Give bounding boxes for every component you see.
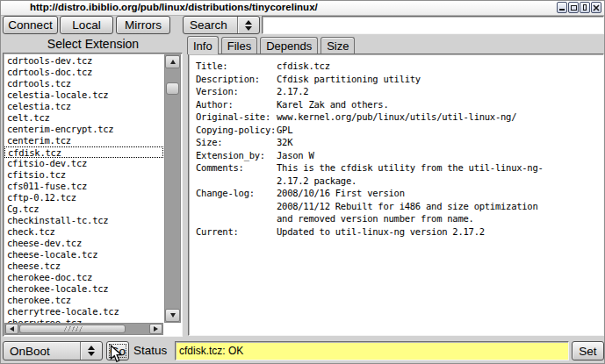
shade-icon — [583, 4, 587, 11]
maximize-icon — [571, 5, 577, 11]
info-line: 2.17.2 package. — [196, 175, 600, 188]
horizontal-scrollbar[interactable] — [4, 323, 163, 335]
list-item[interactable]: cdrtools-dev.tcz — [4, 55, 163, 67]
tab[interactable]: Info — [187, 36, 219, 54]
search-mode-dropdown[interactable]: Search — [183, 16, 260, 34]
list-item[interactable]: cheese-dev.tcz — [4, 238, 163, 249]
list-item[interactable]: centerim.tcz — [4, 135, 163, 146]
list-item[interactable]: cherrytree-locale.tcz — [4, 306, 163, 318]
info-line: Comments: This is the cfdisk utility fro… — [196, 161, 600, 175]
info-content: Title: cfdisk.tcz Description: Cfdisk pa… — [196, 60, 600, 238]
maximize-button[interactable] — [568, 2, 579, 13]
tab[interactable]: Size — [321, 37, 355, 54]
scroll-right-button[interactable] — [149, 324, 162, 334]
info-field-label: Comments: — [196, 161, 277, 175]
info-line: Original-site: www.kernel.org/pub/linux/… — [196, 111, 600, 124]
minimize-icon — [559, 9, 565, 11]
list-item[interactable]: cfdisk.tcz — [4, 146, 163, 158]
info-field-value: GPL — [277, 124, 292, 137]
info-field-value: 2.17.2 — [277, 85, 308, 98]
extension-list: cdrtools-dev.tczcdrtools-doc.tczcdrtools… — [4, 55, 163, 323]
list-item[interactable]: check.tcz — [4, 226, 163, 238]
list-item[interactable]: cfitsio.tcz — [4, 169, 163, 181]
search-input[interactable] — [262, 16, 604, 34]
info-field-value: 32K — [277, 136, 292, 149]
info-line: Change-log: 2008/10/16 First version — [196, 187, 600, 200]
list-item[interactable]: cfs011-fuse.tcz — [4, 181, 163, 192]
scroll-down-button[interactable] — [165, 309, 180, 322]
connect-button[interactable]: Connect — [3, 16, 58, 34]
info-line: Version: 2.17.2 — [196, 85, 600, 98]
info-field-value: 2.17.2 package. — [277, 175, 357, 188]
vertical-scrollbar[interactable] — [164, 54, 181, 323]
info-line: Title: cfdisk.tcz — [196, 60, 600, 73]
list-item[interactable]: celestia.tcz — [4, 101, 163, 112]
select-extension-title: Select Extension — [1, 37, 185, 51]
search-mode-value: Search — [184, 18, 237, 32]
list-item[interactable]: cftp-0.12.tcz — [4, 192, 163, 203]
info-field-label: Author: — [196, 98, 277, 111]
updown-arrows-icon — [80, 342, 102, 360]
info-line: Author: Karel Zak and others. — [196, 98, 600, 111]
info-line: Extension_by: Jason W — [196, 149, 600, 162]
info-field-value: Cfdisk partitioning utility — [277, 73, 421, 86]
arrow-down-icon — [170, 313, 176, 318]
local-button[interactable]: Local — [60, 16, 113, 34]
title-bar[interactable]: http://distro.ibiblio.org/pub/linux/dist… — [1, 1, 604, 16]
list-item[interactable]: centerim-encrypt.tcz — [4, 124, 163, 135]
arrow-left-icon — [10, 326, 14, 332]
minimize-button[interactable] — [557, 2, 567, 13]
info-field-value: 2008/11/12 Rebuilt for i486 and size opt… — [277, 200, 538, 213]
list-item[interactable]: cheese-locale.tcz — [4, 249, 163, 261]
horizontal-scroll-thumb[interactable] — [19, 325, 126, 333]
list-item[interactable]: celestia-locale.tcz — [4, 89, 163, 101]
scroll-left-button[interactable] — [5, 324, 18, 334]
set-button[interactable]: Set — [572, 341, 604, 360]
appbrowser-window: http://distro.ibiblio.org/pub/linux/dist… — [0, 0, 605, 364]
scroll-up-button[interactable] — [165, 55, 180, 68]
shade-button[interactable] — [580, 2, 590, 13]
info-line: Size: 32K — [196, 136, 600, 149]
list-item[interactable]: cdrtools-doc.tcz — [4, 67, 163, 78]
onboot-value: OnBoot — [4, 345, 80, 358]
info-field-value: and removed version number from name. — [277, 212, 474, 225]
list-item[interactable]: Cg.tcz — [4, 203, 163, 215]
info-line: Description: Cfdisk partitioning utility — [196, 73, 600, 86]
info-line: and removed version number from name. — [196, 212, 600, 225]
list-item[interactable]: cheese.tcz — [4, 261, 163, 272]
close-icon — [593, 4, 600, 11]
tab[interactable]: Files — [221, 37, 257, 54]
updown-arrows-icon — [237, 17, 259, 33]
info-field-value: Updated to util-linux-ng version 2.17.2 — [277, 225, 485, 239]
mouse-cursor — [110, 345, 123, 364]
tab[interactable]: Depends — [260, 37, 318, 54]
info-field-label: Description: — [196, 73, 277, 86]
arrow-up-icon — [170, 60, 176, 64]
set-button-label: Set — [579, 345, 596, 358]
onboot-dropdown[interactable]: OnBoot — [3, 341, 103, 360]
arrow-right-icon — [154, 326, 158, 332]
list-item[interactable]: checkinstall-tc.tcz — [4, 215, 163, 226]
window-controls — [557, 2, 601, 13]
info-field-label: Extension_by: — [196, 149, 277, 162]
info-field-label: Title: — [196, 60, 277, 73]
vertical-scroll-thumb[interactable] — [166, 82, 179, 95]
extension-listbox: cdrtools-dev.tczcdrtools-doc.tczcdrtools… — [3, 53, 183, 337]
info-field-label: Copying-policy: — [196, 124, 277, 137]
list-item[interactable]: cherokee-locale.tcz — [4, 283, 163, 295]
info-field-value: This is the cfdisk utility from the util… — [277, 161, 544, 175]
mirrors-button[interactable]: Mirrors — [116, 16, 170, 34]
info-line: 2008/11/12 Rebuilt for i486 and size opt… — [196, 200, 600, 213]
info-field-value: www.kernel.org/pub/linux/utils/util-linu… — [277, 111, 516, 124]
info-field-value: cfdisk.tcz — [277, 60, 330, 73]
info-field-label: Size: — [196, 136, 277, 149]
list-item[interactable]: cherokee-doc.tcz — [4, 272, 163, 283]
local-button-label: Local — [72, 18, 100, 32]
list-item[interactable]: cfitsio-dev.tcz — [4, 158, 163, 169]
list-item[interactable]: cdrtools.tcz — [4, 78, 163, 89]
close-button[interactable] — [591, 2, 601, 13]
info-field-value: 2008/10/16 First version — [277, 187, 405, 200]
status-field[interactable] — [175, 341, 569, 360]
list-item[interactable]: celt.tcz — [4, 112, 163, 124]
list-item[interactable]: cherokee.tcz — [4, 295, 163, 306]
